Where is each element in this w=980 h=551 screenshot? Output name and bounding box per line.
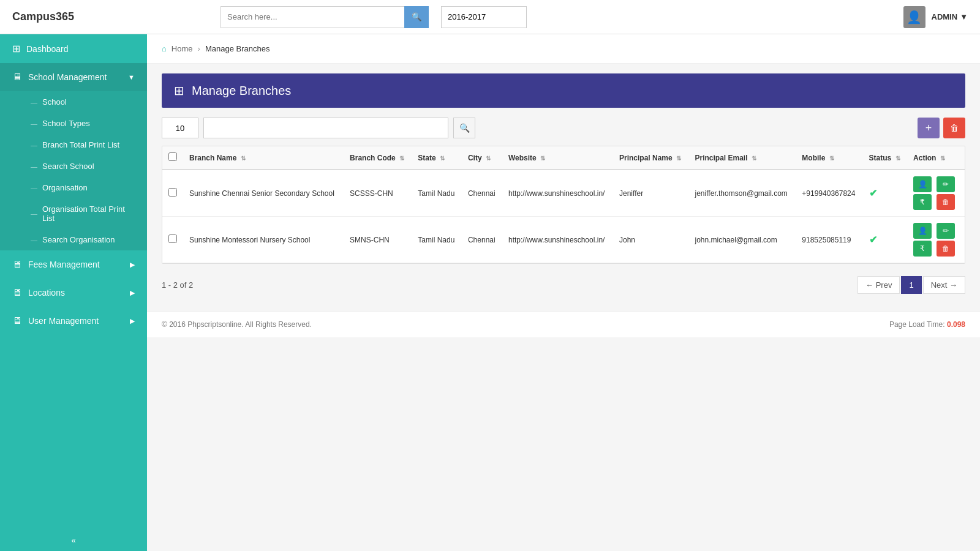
delete-all-button[interactable]: 🗑 bbox=[943, 118, 965, 138]
page-header: ⊞ Manage Branches bbox=[162, 73, 965, 108]
sort-icon: ⇅ bbox=[399, 155, 404, 162]
breadcrumb-separator: › bbox=[198, 44, 200, 53]
action-cell: 👤 ✏ ₹ 🗑 bbox=[907, 170, 965, 217]
page-title: Manage Branches bbox=[192, 84, 291, 98]
table-row: Sunshine Chennai Senior Secondary School… bbox=[162, 170, 965, 217]
website-cell: http://www.sunshineschool.in/ bbox=[502, 217, 613, 263]
col-mobile[interactable]: Mobile ⇅ bbox=[796, 146, 862, 170]
plus-icon: + bbox=[925, 122, 932, 135]
sidebar-item-search-school[interactable]: Search School bbox=[0, 156, 147, 177]
copyright-text: © 2016 Phpscriptsonline. All Rights Rese… bbox=[162, 320, 312, 329]
prev-page-button[interactable]: ← Prev bbox=[858, 276, 900, 294]
principal-email-cell: john.michael@gmail.com bbox=[689, 217, 796, 263]
global-search-bar: 🔍 bbox=[221, 6, 429, 28]
breadcrumb-home[interactable]: Home bbox=[172, 44, 193, 53]
search-icon: 🔍 bbox=[412, 12, 422, 21]
row-edit-button[interactable]: ✏ bbox=[937, 176, 955, 192]
grid-icon: ⊞ bbox=[174, 83, 184, 98]
sidebar-item-school[interactable]: School bbox=[0, 91, 147, 113]
filter-search-button[interactable]: 🔍 bbox=[453, 118, 475, 138]
col-status[interactable]: Status ⇅ bbox=[863, 146, 907, 170]
add-branch-button[interactable]: + bbox=[918, 118, 940, 138]
sidebar-item-locations[interactable]: 🖥 Locations ▶ bbox=[0, 279, 147, 307]
sidebar-item-branch-total-print-list[interactable]: Branch Total Print List bbox=[0, 134, 147, 156]
row-delete-button[interactable]: 🗑 bbox=[937, 194, 955, 210]
branch-code-cell: SMNS-CHN bbox=[344, 217, 412, 263]
row-action-buttons: 👤 ✏ ₹ 🗑 bbox=[913, 176, 957, 210]
sidebar-item-school-management[interactable]: 🖥 School Management ▼ bbox=[0, 63, 147, 91]
pagination-controls: ← Prev 1 Next → bbox=[858, 276, 965, 294]
col-principal-name[interactable]: Principal Name ⇅ bbox=[613, 146, 689, 170]
sidebar-item-dashboard[interactable]: ⊞ Dashboard bbox=[0, 34, 147, 63]
sort-icon: ⇅ bbox=[829, 155, 834, 162]
chevron-down-icon: ▼ bbox=[960, 12, 968, 21]
footer: © 2016 Phpscriptsonline. All Rights Rese… bbox=[147, 311, 980, 337]
home-icon: ⌂ bbox=[162, 44, 167, 53]
sidebar-item-search-organisation[interactable]: Search Organisation bbox=[0, 229, 147, 250]
submenu-label: Organisation bbox=[42, 183, 88, 192]
row-checkbox[interactable] bbox=[168, 188, 177, 197]
user-name[interactable]: ADMIN ▼ bbox=[932, 12, 968, 21]
global-search-button[interactable]: 🔍 bbox=[404, 6, 429, 28]
submenu-label: Organisation Total Print List bbox=[42, 204, 135, 223]
row-delete-button[interactable]: 🗑 bbox=[937, 241, 955, 257]
select-all-checkbox[interactable] bbox=[168, 152, 177, 161]
branches-table: Branch Name ⇅ Branch Code ⇅ State ⇅ bbox=[162, 146, 965, 263]
collapse-icon: « bbox=[71, 536, 75, 545]
page-number-button[interactable]: 1 bbox=[901, 276, 921, 294]
breadcrumb-current: Manage Branches bbox=[205, 44, 270, 53]
sidebar-item-organisation[interactable]: Organisation bbox=[0, 177, 147, 198]
col-branch-name[interactable]: Branch Name ⇅ bbox=[183, 146, 344, 170]
breadcrumb: ⌂ Home › Manage Branches bbox=[147, 34, 980, 64]
main-layout: ⊞ Dashboard 🖥 School Management ▼ School… bbox=[0, 34, 980, 551]
status-cell: ✔ bbox=[863, 217, 907, 263]
year-selector[interactable] bbox=[441, 6, 527, 28]
sidebar-item-organisation-total-print-list[interactable]: Organisation Total Print List bbox=[0, 198, 147, 229]
row-action-buttons: 👤 ✏ ₹ 🗑 bbox=[913, 223, 957, 257]
col-website[interactable]: Website ⇅ bbox=[502, 146, 613, 170]
row-user-button[interactable]: 👤 bbox=[913, 223, 932, 239]
monitor-icon-user: 🖥 bbox=[12, 315, 22, 326]
pagination-bar: 1 - 2 of 2 ← Prev 1 Next → bbox=[162, 269, 965, 301]
row-user-button[interactable]: 👤 bbox=[913, 176, 932, 192]
sidebar-item-fees-management[interactable]: 🖥 Fees Management ▶ bbox=[0, 250, 147, 279]
sidebar-item-label: School Management bbox=[28, 72, 107, 82]
sidebar-item-school-types[interactable]: School Types bbox=[0, 113, 147, 134]
col-action: Action ⇅ bbox=[907, 146, 965, 170]
entries-input[interactable] bbox=[162, 118, 198, 138]
school-management-submenu: School School Types Branch Total Print L… bbox=[0, 91, 147, 250]
principal-name-cell: Jeniffer bbox=[613, 170, 689, 217]
row-edit-button[interactable]: ✏ bbox=[937, 223, 955, 239]
row-rupee-button[interactable]: ₹ bbox=[913, 194, 932, 210]
toolbar: 🔍 + 🗑 bbox=[162, 118, 965, 138]
row-checkbox-cell bbox=[162, 217, 183, 263]
main-content: ⌂ Home › Manage Branches ⊞ Manage Branch… bbox=[147, 34, 980, 551]
sidebar-item-label: Locations bbox=[28, 288, 65, 298]
table-row: Sunshine Montessori Nursery School SMNS-… bbox=[162, 217, 965, 263]
row-checkbox[interactable] bbox=[168, 234, 177, 243]
row-rupee-button[interactable]: ₹ bbox=[913, 241, 932, 257]
next-page-button[interactable]: Next → bbox=[923, 276, 965, 294]
page-content: ⊞ Manage Branches 🔍 + 🗑 bbox=[147, 64, 980, 311]
city-cell: Chennai bbox=[462, 217, 502, 263]
sort-icon: ⇅ bbox=[540, 155, 545, 162]
col-state[interactable]: State ⇅ bbox=[412, 146, 462, 170]
sidebar-collapse-button[interactable]: « bbox=[0, 530, 147, 551]
col-branch-code[interactable]: Branch Code ⇅ bbox=[344, 146, 412, 170]
action-buttons: + 🗑 bbox=[918, 118, 965, 138]
branch-name-cell: Sunshine Chennai Senior Secondary School bbox=[183, 170, 344, 217]
col-principal-email[interactable]: Principal Email ⇅ bbox=[689, 146, 796, 170]
select-all-header bbox=[162, 146, 183, 170]
mobile-cell: 918525085119 bbox=[796, 217, 862, 263]
sidebar-item-user-management[interactable]: 🖥 User Management ▶ bbox=[0, 307, 147, 335]
filter-input[interactable] bbox=[203, 118, 448, 138]
branches-table-container: Branch Name ⇅ Branch Code ⇅ State ⇅ bbox=[162, 146, 965, 264]
global-search-input[interactable] bbox=[221, 6, 404, 28]
submenu-label: Branch Total Print List bbox=[42, 140, 119, 149]
chevron-right-icon: ▶ bbox=[130, 261, 135, 269]
branch-name-cell: Sunshine Montessori Nursery School bbox=[183, 217, 344, 263]
row-checkbox-cell bbox=[162, 170, 183, 217]
sidebar-item-label: Dashboard bbox=[26, 44, 69, 54]
state-cell: Tamil Nadu bbox=[412, 217, 462, 263]
col-city[interactable]: City ⇅ bbox=[462, 146, 502, 170]
